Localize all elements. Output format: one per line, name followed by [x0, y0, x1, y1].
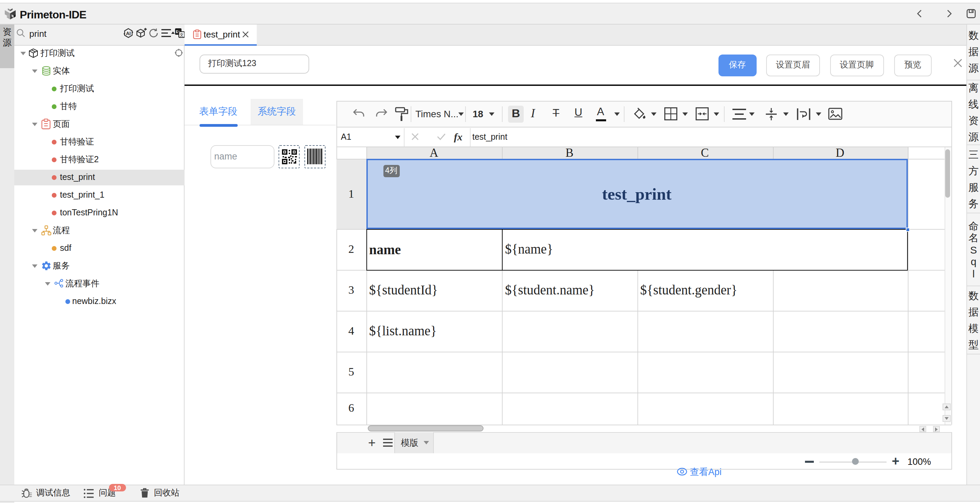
- svg-text:AI: AI: [126, 31, 131, 36]
- svg-text:文: 文: [180, 33, 183, 37]
